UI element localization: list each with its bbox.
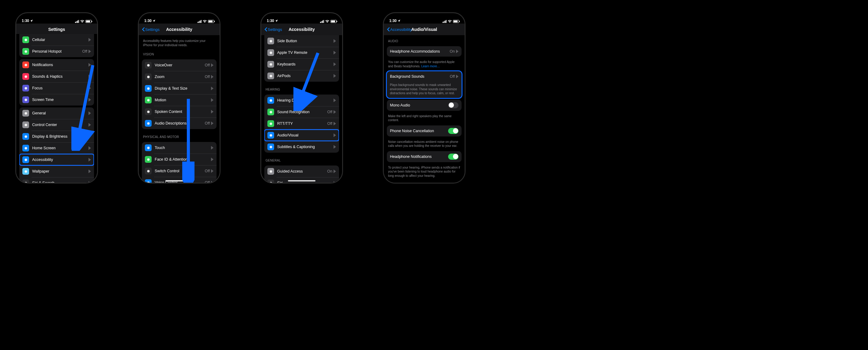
headphone-notifications-row[interactable]: Headphone Notifications [387,151,462,162]
hearing-icon [268,97,274,104]
svg-point-26 [147,181,150,183]
settings-row-subtitles-captioning[interactable]: Subtitles & Captioning [264,141,339,153]
settings-row-voiceover[interactable]: VoiceOverOff [142,59,217,71]
settings-row-cellular[interactable]: Cellular [19,34,94,45]
back-button[interactable]: Settings [264,27,282,32]
svg-point-36 [270,111,272,113]
page-title: Settings [48,27,65,32]
settings-row-wallpaper[interactable]: Wallpaper [19,166,94,177]
zoom-icon [145,73,152,80]
settings-row-accessibility[interactable]: Accessibility [19,154,94,166]
row-label: Siri & Search [32,181,89,183]
chevron-right-icon [89,111,91,115]
location-icon [30,19,33,22]
settings-row-spoken-content[interactable]: Spoken Content [142,106,217,117]
phone-noise-cancel-toggle[interactable] [448,128,459,134]
row-label: Accessibility [32,158,89,162]
row-value: On [327,169,332,173]
section-foot: Plays background sounds to mask unwanted… [387,82,462,98]
settings-row-face-id-attention[interactable]: Face ID & Attention [142,153,217,165]
battery-icon [86,20,92,23]
settings-row-display-brightness[interactable]: Display & Brightness [19,131,94,142]
section-header: HEARING [261,83,342,93]
settings-row-sounds-haptics[interactable]: Sounds & Haptics [19,71,94,82]
section-foot: You can customize the audio for supporte… [384,59,465,69]
sidebutton-icon [268,38,274,44]
svg-point-37 [270,123,272,125]
settings-row-hearing-devices[interactable]: Hearing Devices [264,95,339,106]
row-label: Control Center [32,123,89,127]
status-bar: 1:30 [384,13,465,24]
row-label: Headphone Accommodations [390,49,450,54]
settings-row-voice-control[interactable]: Voice ControlOff [142,177,217,183]
row-value: On [450,49,455,54]
home-indicator[interactable] [288,180,315,181]
chevron-right-icon [89,63,91,67]
settings-row-siri-search[interactable]: Siri & Search [19,177,94,183]
home-screen-icon [22,145,29,151]
chevron-right-icon [211,158,214,161]
row-label: RTT/TTY [277,121,328,126]
wallpaper-icon [22,168,29,175]
settings-row-home-screen[interactable]: Home Screen [19,142,94,154]
section-header: PHYSICAL AND MOTOR [139,131,220,140]
settings-row-side-button[interactable]: Side Button [264,35,339,47]
settings-row-siri[interactable]: Siri [264,177,339,183]
mono-audio-toggle[interactable] [448,102,459,108]
chevron-right-icon [334,145,336,149]
page-title: Accessibility [166,27,192,32]
settings-row-airpods[interactable]: AirPods [264,70,339,82]
settings-row-rtt-tty[interactable]: RTT/TTYOff [264,118,339,130]
row-label: Subtitles & Captioning [277,145,334,149]
settings-row-touch[interactable]: Touch [142,142,217,153]
settings-row-motion[interactable]: Motion [142,94,217,106]
chevron-right-icon [89,75,91,78]
display-icon [22,133,29,140]
settings-row-audio-descriptions[interactable]: Audio DescriptionsOff [142,117,217,129]
text-size-icon [145,85,152,92]
svg-point-5 [25,99,27,101]
background-sounds-row[interactable]: Background Sounds Off [387,71,462,82]
settings-row-apple-tv-remote[interactable]: Apple TV Remote [264,47,339,59]
settings-row-display-text-size[interactable]: Display & Text Size [142,82,217,94]
row-value: Off [205,180,210,183]
chevron-right-icon [334,133,336,137]
svg-point-3 [25,75,27,78]
settings-row-control-center[interactable]: Control Center [19,119,94,131]
settings-row-screen-time[interactable]: Screen Time [19,94,94,106]
back-button[interactable]: Settings [142,27,160,32]
chevron-right-icon [211,110,214,113]
settings-row-guided-access[interactable]: Guided AccessOn [264,166,339,177]
settings-row-switch-control[interactable]: Switch ControlOff [142,165,217,177]
settings-row-sound-recognition[interactable]: Sound RecognitionOff [264,106,339,118]
learn-more-link[interactable]: Learn more… [421,65,440,68]
chevron-right-icon [211,121,214,125]
headphone-accommodations-row[interactable]: Headphone Accommodations On [387,46,462,57]
settings-row-general[interactable]: General [19,107,94,119]
row-label: Zoom [155,75,205,79]
chevron-right-icon [456,75,459,78]
settings-row-notifications[interactable]: Notifications [19,59,94,71]
home-indicator[interactable] [165,180,193,181]
settings-row-keyboards[interactable]: Keyboards [264,59,339,70]
audiovisual-icon [268,132,274,139]
svg-point-41 [270,182,272,183]
settings-row-zoom[interactable]: ZoomOff [142,71,217,82]
row-label: Motion [155,98,211,102]
row-label: AirPods [277,74,334,78]
settings-row-focus[interactable]: Focus [19,82,94,94]
row-label: Spoken Content [155,109,211,114]
siri-icon [268,180,274,183]
mono-audio-row[interactable]: Mono Audio [387,100,462,111]
settings-row-audio-visual[interactable]: Audio/Visual [264,130,339,141]
phone-noise-cancel-row[interactable]: Phone Noise Cancellation [387,126,462,136]
svg-point-39 [270,146,272,148]
row-label: Switch Control [155,169,205,173]
headphone-notifications-toggle[interactable] [448,153,459,160]
settings-row-personal-hotspot[interactable]: Personal HotspotOff [19,45,94,57]
row-label: Apple TV Remote [277,50,334,55]
back-button[interactable]: Accessibility [387,27,412,32]
status-bar: 1:30 [16,13,97,24]
phone-accessibility-scroll: 1:30 Settings Accessibility Side ButtonA… [260,12,343,183]
chevron-right-icon [89,158,91,162]
